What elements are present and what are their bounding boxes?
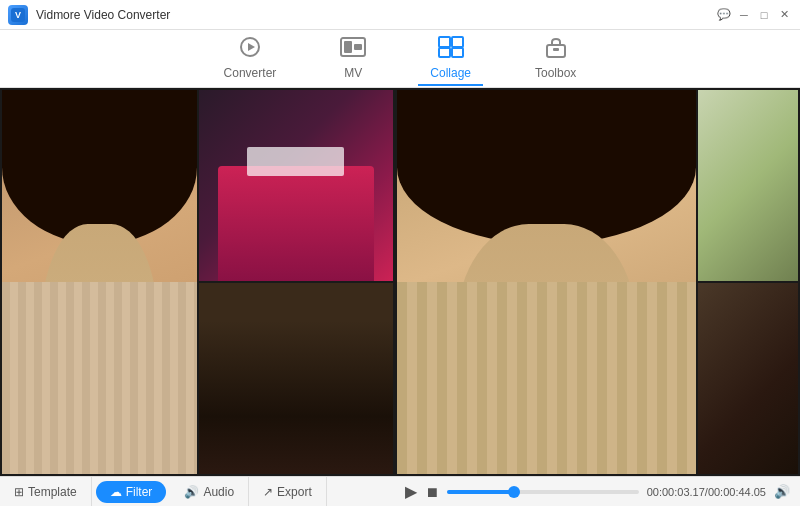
svg-rect-9 <box>439 48 450 57</box>
app-logo: V <box>8 5 28 25</box>
stop-button[interactable]: ⏹ <box>425 484 439 500</box>
left-tab-bar: ⊞ Template ☁ Filter 🔊 Audio ↗ Export <box>0 476 395 506</box>
right-cell-top[interactable] <box>698 90 798 281</box>
volume-icon[interactable]: 🔊 <box>774 484 790 499</box>
progress-fill <box>447 490 514 494</box>
export-tab[interactable]: ↗ Export <box>249 477 327 506</box>
filter-icon: ☁ <box>110 485 122 499</box>
left-panel: ⊞ Template ☁ Filter 🔊 Audio ↗ Export <box>0 88 395 506</box>
app-title: Vidmore Video Converter <box>36 8 716 22</box>
playback-bar: ▶ ⏹ 00:00:03.17/00:00:44.05 🔊 <box>395 476 800 506</box>
collage-label: Collage <box>430 66 471 80</box>
collage-icon <box>438 36 464 62</box>
play-button[interactable]: ▶ <box>405 482 417 501</box>
minimize-button[interactable]: ─ <box>736 7 752 23</box>
svg-text:V: V <box>15 10 21 20</box>
progress-bar[interactable] <box>447 490 639 494</box>
export-icon: ↗ <box>263 485 273 499</box>
right-preview <box>395 88 800 476</box>
main-area: ⊞ Template ☁ Filter 🔊 Audio ↗ Export <box>0 88 800 506</box>
progress-thumb <box>508 486 520 498</box>
title-bar: V Vidmore Video Converter 💬 ─ □ ✕ <box>0 0 800 30</box>
nav-bar: Converter MV Collage <box>0 30 800 88</box>
converter-label: Converter <box>224 66 277 80</box>
svg-rect-6 <box>354 44 362 50</box>
svg-rect-10 <box>452 48 463 57</box>
right-panel: ▶ ⏹ 00:00:03.17/00:00:44.05 🔊 <box>395 88 800 506</box>
template-icon: ⊞ <box>14 485 24 499</box>
svg-marker-3 <box>248 43 255 51</box>
toolbox-icon <box>543 36 569 62</box>
converter-icon <box>238 36 262 62</box>
maximize-button[interactable]: □ <box>756 7 772 23</box>
filter-tab[interactable]: ☁ Filter <box>96 481 167 503</box>
nav-mv[interactable]: MV <box>328 32 378 86</box>
svg-rect-8 <box>452 37 463 47</box>
audio-tab[interactable]: 🔊 Audio <box>170 477 249 506</box>
nav-toolbox[interactable]: Toolbox <box>523 32 588 86</box>
svg-rect-12 <box>553 48 559 51</box>
svg-rect-7 <box>439 37 450 47</box>
right-cell-bottom[interactable] <box>698 283 798 474</box>
preview-cell-cake[interactable] <box>199 90 394 281</box>
preview-cell-face-left[interactable] <box>2 90 197 474</box>
audio-icon: 🔊 <box>184 485 199 499</box>
mv-icon <box>340 36 366 62</box>
right-cell-main[interactable] <box>397 90 696 474</box>
nav-collage[interactable]: Collage <box>418 32 483 86</box>
time-display: 00:00:03.17/00:00:44.05 <box>647 486 766 498</box>
window-controls: 💬 ─ □ ✕ <box>716 7 792 23</box>
toolbox-label: Toolbox <box>535 66 576 80</box>
chat-button[interactable]: 💬 <box>716 7 732 23</box>
preview-cell-dark[interactable] <box>199 283 394 474</box>
close-button[interactable]: ✕ <box>776 7 792 23</box>
nav-converter[interactable]: Converter <box>212 32 289 86</box>
mv-label: MV <box>344 66 362 80</box>
svg-rect-5 <box>344 41 352 53</box>
template-tab[interactable]: ⊞ Template <box>0 477 92 506</box>
left-preview <box>0 88 395 476</box>
